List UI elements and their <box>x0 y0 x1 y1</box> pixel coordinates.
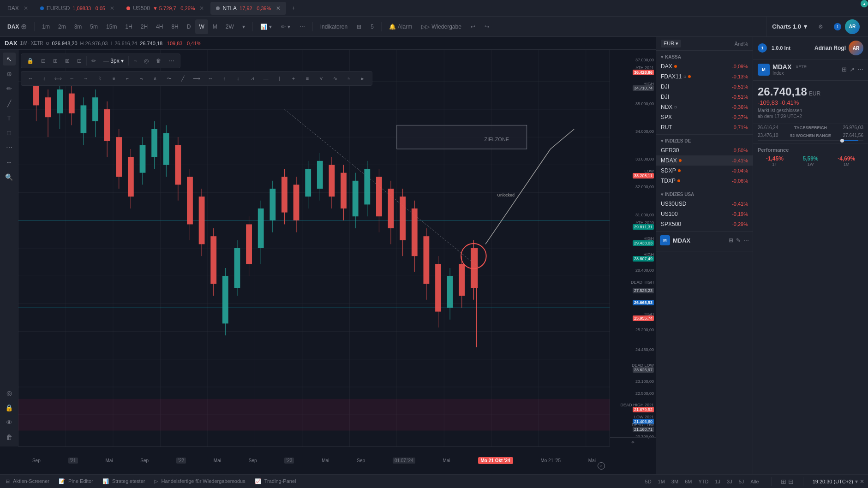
tf-1h[interactable]: 1H <box>121 19 136 34</box>
tf-2m[interactable]: 2m <box>54 19 70 34</box>
lt-up-arrow[interactable]: ↑ <box>218 72 231 85</box>
tf-alle-b[interactable]: Alle <box>748 478 761 485</box>
tf-m[interactable]: M <box>209 19 221 34</box>
price-scroll-indicator[interactable]: ⌖ <box>610 437 656 446</box>
tf-4h[interactable]: 4H <box>152 19 167 34</box>
drawing-type[interactable]: ✏ ▾ <box>277 19 294 34</box>
detail-more-icon[interactable]: ⋯ <box>857 66 863 73</box>
watchlist-item-tdxp[interactable]: TDXP -0,06% <box>656 176 753 186</box>
tf-ytd-b[interactable]: YTD <box>695 478 711 485</box>
watchlist-item-us30usd[interactable]: US30USD -0,41% <box>656 199 753 209</box>
lt-price-channel[interactable]: ≈ <box>342 72 355 85</box>
tf-3m[interactable]: 3m <box>71 19 86 34</box>
trash-opt[interactable]: 🗑 <box>153 57 164 65</box>
mdax-more-icon[interactable]: ⋯ <box>743 237 749 244</box>
chart-type[interactable]: 📊 ▾ <box>257 19 275 34</box>
lt-extend[interactable]: ⟺ <box>52 72 65 85</box>
align-left-opt[interactable]: ⊟ <box>38 57 48 65</box>
tf-6m-b[interactable]: 6M <box>682 478 694 485</box>
minimize-icon[interactable]: ▾ <box>855 478 858 485</box>
user-avatar[interactable]: AR <box>845 19 860 34</box>
hide-drawings-tool[interactable]: 👁 <box>3 416 16 429</box>
watchlist-item-spx500[interactable]: SPX500 -0,29% <box>656 219 753 229</box>
lt-ruler[interactable]: ⊿ <box>245 72 258 85</box>
kassa-chevron[interactable]: ▾ <box>661 54 663 60</box>
watchlist-item-dji2[interactable]: DJI -0,51% <box>656 92 753 102</box>
lt-fib[interactable]: ≡ <box>301 72 314 85</box>
tf-d[interactable]: D <box>183 19 195 34</box>
lt-seg[interactable]: ╱ <box>176 72 189 85</box>
tab-eurusd[interactable]: EURUSD 1,09833 -0,05 ✕ <box>35 2 120 15</box>
lt-caret[interactable]: ∧ <box>149 72 162 85</box>
watchlist-item-sdxp[interactable]: SDXP -0,04% <box>656 166 753 176</box>
tf-2w[interactable]: 2W <box>222 19 238 34</box>
screener-link[interactable]: ⊟ Aktien-Screener <box>4 478 51 484</box>
lt-ext[interactable]: ↔ <box>204 72 217 85</box>
tab-us500[interactable]: US500 ▼ 5.729,7 -0,26% ✕ <box>121 2 210 15</box>
replay-button[interactable]: ▷▷ Wiedergabe <box>418 19 465 34</box>
mdax-grid-icon[interactable]: ⊞ <box>729 237 733 244</box>
watchlist-item-dji1[interactable]: DJI -0,51% <box>656 82 753 92</box>
chart-view[interactable]: Unlocked ZIELZONE <box>18 50 610 446</box>
zoom-tool[interactable]: 🔍 <box>3 171 16 184</box>
lt-cross[interactable]: + <box>287 72 300 85</box>
pencil-opt[interactable]: ✏ <box>89 57 99 65</box>
user-profile-avatar[interactable]: AR <box>849 41 863 55</box>
hide-icon[interactable]: ✕ <box>860 478 864 485</box>
currency-selector[interactable]: EUR ▾ <box>661 40 681 48</box>
lt-vline[interactable]: | <box>273 72 286 85</box>
charts-version-badge[interactable]: Charts 1.0 ▾ <box>766 17 813 37</box>
align-v-opt[interactable]: ⊡ <box>74 57 84 65</box>
add-icon[interactable]: ⊕ <box>21 22 27 31</box>
detail-grid-icon[interactable]: ⊞ <box>842 66 847 73</box>
strategy-tester-link[interactable]: 📊 Strategietester <box>101 478 147 484</box>
tab-ntla-close[interactable]: ✕ <box>276 5 281 12</box>
lt-ray[interactable]: ⟶ <box>190 72 203 85</box>
lt-bracket2[interactable]: ¬ <box>135 72 148 85</box>
crosshair-tool[interactable]: ⊕ <box>3 67 16 80</box>
lt-right[interactable]: → <box>79 72 92 85</box>
tf-1j-b[interactable]: 1J <box>712 478 723 485</box>
more-tools[interactable]: ⋯ <box>296 19 309 34</box>
lt-hline[interactable]: — <box>259 72 272 85</box>
line-thickness[interactable]: — 3px ▾ <box>101 57 126 65</box>
indize-de-chevron[interactable]: ▾ <box>661 138 663 143</box>
tf-5j-b[interactable]: 5J <box>736 478 747 485</box>
replay-mode-link[interactable]: ▷ Handelsfertige für Wiedergabemodus <box>152 478 247 484</box>
trading-panel-link[interactable]: 📈 Trading-Panel <box>253 478 298 484</box>
tab-dax[interactable]: DAX ✕ <box>2 2 34 15</box>
pine-editor-link[interactable]: 📝 Pine Editor <box>57 478 95 484</box>
measure-tool[interactable]: ↔ <box>3 156 16 169</box>
tf-1m-b[interactable]: 1M <box>655 478 668 485</box>
lt-bar-h[interactable]: ⌇ <box>93 72 106 85</box>
lt-more2[interactable]: ▸ <box>356 72 369 85</box>
templates-button[interactable]: 5 <box>367 19 377 34</box>
watchlist-item-mdax[interactable]: MDAX -0,41% <box>656 155 753 166</box>
tf-2h[interactable]: 2H <box>137 19 151 34</box>
circle-opt[interactable]: ○ <box>131 57 139 65</box>
tab-ntla[interactable]: NTLA 17,92 -0,39% ✕ <box>210 2 286 15</box>
tf-more[interactable]: ▾ <box>239 19 249 34</box>
layout-button[interactable]: ⊞ <box>353 19 365 34</box>
watchlist-item-rut[interactable]: RUT -0,71% <box>656 122 753 132</box>
lt-fibfan[interactable]: ⋎ <box>315 72 328 85</box>
redo-button[interactable]: ↪ <box>481 19 493 34</box>
delete-drawings-tool[interactable]: 🗑 <box>3 431 16 444</box>
tf-15m[interactable]: 15m <box>102 19 120 34</box>
mdax-edit-icon[interactable]: ✎ <box>736 237 741 244</box>
lt-down-arrow[interactable]: ↓ <box>232 72 245 85</box>
lock-opt[interactable]: 🔒 <box>24 57 36 65</box>
chart-scroll-indicator[interactable]: ○ <box>598 462 605 470</box>
watchlist-item-ger30[interactable]: GER30 -0,50% <box>656 145 753 155</box>
alarm-button[interactable]: 🔔 Alarm <box>385 19 416 34</box>
undo-button[interactable]: ↩ <box>467 19 479 34</box>
tab-eurusd-close[interactable]: ✕ <box>110 5 114 12</box>
layout-scroll-icon[interactable]: ⊟ <box>788 478 794 485</box>
watchlist-item-ndx[interactable]: NDXD -0,36% <box>656 102 753 112</box>
settings-button[interactable]: ⚙ <box>814 19 827 34</box>
lt-left[interactable]: ← <box>66 72 78 85</box>
pencil-tool[interactable]: ✏ <box>3 82 16 95</box>
tab-dax-close[interactable]: ✕ <box>24 5 28 12</box>
indize-usa-chevron[interactable]: ▾ <box>661 192 663 197</box>
align-center-opt[interactable]: ⊞ <box>50 57 60 65</box>
